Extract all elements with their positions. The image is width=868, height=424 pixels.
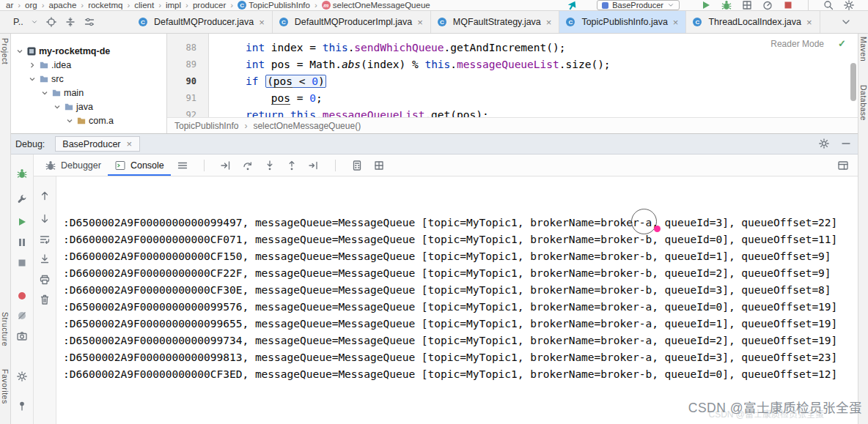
line-number[interactable]: 91 — [167, 90, 209, 107]
layout-settings-icon[interactable] — [837, 160, 849, 171]
soft-wrap-icon[interactable] — [39, 234, 51, 245]
run-to-cursor-icon[interactable] — [308, 160, 320, 171]
step-over-icon[interactable] — [242, 160, 254, 171]
up-stack-icon[interactable] — [39, 190, 51, 201]
line-number[interactable]: 89 — [167, 56, 209, 73]
tree-chevron-down[interactable] — [53, 103, 62, 111]
editor-tab-TopicPublishInfo.java[interactable]: CTopicPublishInfo.java× — [559, 11, 686, 33]
close-icon[interactable]: × — [545, 18, 553, 27]
wrench-icon[interactable] — [16, 193, 28, 205]
debug-tab-debugger[interactable]: Debugger — [38, 155, 108, 176]
line-number[interactable]: 92 — [167, 107, 209, 117]
tree-item-.idea[interactable]: .idea — [11, 58, 166, 72]
mouse-cursor-dot — [654, 226, 661, 232]
run-config-selector[interactable]: BaseProducer — [597, 0, 680, 10]
tool-window-button-database[interactable]: Database — [859, 85, 868, 121]
clear-console-icon[interactable] — [39, 294, 51, 305]
tree-chevron-right[interactable] — [28, 61, 37, 70]
pin-icon[interactable] — [16, 400, 28, 412]
breadcrumb-item[interactable]: apache — [48, 1, 78, 10]
tree-item-src[interactable]: src — [11, 72, 166, 86]
hidden-tabs-chevron-icon[interactable] — [840, 16, 852, 28]
close-icon[interactable]: × — [672, 18, 680, 27]
code-editor[interactable]: 88 int index = this.sendWhichQueue.getAn… — [167, 34, 858, 117]
tab-label: DefaultMQProducerImpl.java — [295, 17, 412, 27]
step-into-icon[interactable] — [264, 160, 276, 171]
editor-tab-ThreadLocalIndex.java[interactable]: CThreadLocalIndex.java× — [686, 11, 820, 33]
tree-item-main[interactable]: main — [11, 86, 166, 100]
editor-tab-MQFaultStrategy.java[interactable]: CMQFaultStrategy.java× — [431, 11, 560, 33]
toolbar-separator — [808, 0, 809, 11]
editor-tab-DefaultMQProducer.java[interactable]: CDefaultMQProducer.java× — [132, 11, 273, 33]
debug-session-tab[interactable]: BaseProducer × — [55, 136, 140, 152]
rerun-debug-icon[interactable] — [16, 168, 28, 179]
collapse-all-icon[interactable] — [65, 16, 76, 28]
breadcrumb-item[interactable]: ar — [4, 1, 15, 10]
close-icon[interactable]: × — [258, 18, 265, 27]
breadcrumb-item[interactable]: client — [133, 1, 155, 10]
pause-icon[interactable] — [16, 237, 28, 248]
close-icon[interactable]: × — [416, 18, 424, 27]
editor-tab-DefaultMQProducerImpl.java[interactable]: CDefaultMQProducerImpl.java× — [273, 11, 431, 33]
close-icon[interactable]: × — [126, 139, 133, 149]
breadcrumb-class[interactable]: CTopicPublishInfo — [236, 1, 312, 10]
editor-tabs: CDefaultMQProducer.java×CDefaultMQProduc… — [132, 11, 820, 33]
mute-breakpoints-icon[interactable] — [16, 310, 28, 321]
tree-chevron-down[interactable] — [15, 47, 24, 56]
tree-item-java[interactable]: java — [11, 100, 166, 114]
chevron-down-icon[interactable] — [31, 16, 38, 28]
console-output[interactable]: :D6500002A9F0000000000099497, messageQue… — [56, 176, 858, 424]
print-icon[interactable] — [39, 274, 51, 286]
reader-mode-label[interactable]: Reader Mode — [770, 39, 824, 49]
tree-chevron-down[interactable] — [40, 89, 49, 97]
settings-gear-icon[interactable] — [843, 0, 855, 11]
resume-icon[interactable] — [16, 216, 28, 228]
coverage-grid-icon[interactable] — [373, 160, 385, 171]
project-panel-title[interactable]: P.. — [13, 17, 23, 27]
camera-icon[interactable] — [16, 330, 28, 342]
inspections-ok-icon[interactable]: ✓ — [838, 38, 846, 49]
chevron-down-icon[interactable] — [667, 0, 674, 11]
down-stack-icon[interactable] — [39, 213, 51, 225]
tool-window-button-structure[interactable]: Structure — [1, 312, 10, 346]
hamburger-icon[interactable] — [177, 160, 188, 171]
tree-chevron-down[interactable] — [65, 116, 74, 125]
show-execution-point-icon[interactable] — [220, 160, 232, 171]
breadcrumb-item[interactable]: rocketmq — [87, 1, 124, 10]
tool-window-button-favorites[interactable]: Favorites — [1, 369, 10, 404]
stop-icon[interactable] — [16, 257, 28, 269]
line-number[interactable]: 90 — [167, 73, 209, 90]
tree-item-com.a[interactable]: com.a — [11, 114, 166, 127]
stop-red-icon[interactable] — [782, 0, 794, 11]
scroll-end-icon[interactable] — [39, 253, 51, 265]
minimize-icon[interactable] — [840, 138, 852, 149]
editor-breadcrumb-item[interactable]: TopicPublishInfo — [174, 121, 238, 131]
editor-scrollbar-thumb[interactable] — [850, 63, 856, 101]
tree-chevron-down[interactable] — [28, 75, 37, 83]
step-out-icon[interactable] — [286, 160, 298, 171]
crosshair-icon[interactable] — [45, 16, 57, 28]
close-icon[interactable]: × — [806, 18, 813, 27]
search-icon[interactable] — [823, 0, 834, 11]
options-icon[interactable] — [84, 16, 95, 28]
breakpoint-icon[interactable] — [16, 290, 28, 302]
breadcrumb-item[interactable]: org — [23, 1, 39, 10]
line-number[interactable]: 88 — [167, 40, 209, 56]
tool-window-button-maven[interactable]: Maven — [859, 37, 868, 62]
code-line-89: 89 int pos = Math.abs(index) % this.mess… — [167, 56, 858, 73]
run-icon[interactable] — [700, 0, 712, 11]
breadcrumb-item[interactable]: impl — [164, 1, 183, 10]
evaluate-icon[interactable] — [351, 160, 363, 171]
breadcrumb-method[interactable]: mselectOneMessageQueue — [320, 1, 432, 10]
debug-icon[interactable] — [721, 0, 732, 11]
profiler-icon[interactable] — [762, 0, 773, 11]
settings-gear-icon[interactable] — [16, 371, 28, 382]
editor-breadcrumb-item[interactable]: selectOneMessageQueue() — [253, 121, 361, 131]
tool-window-button-project[interactable]: Project — [1, 38, 10, 64]
tree-item-my-rocketmq-de[interactable]: my-rocketmq-de — [11, 44, 166, 58]
breadcrumb-item[interactable]: producer — [191, 1, 227, 10]
debug-tab-console[interactable]: Console — [108, 155, 171, 176]
method-icon: m — [322, 1, 331, 10]
settings-gear-icon[interactable] — [818, 138, 830, 149]
coverage-icon[interactable] — [741, 0, 753, 11]
